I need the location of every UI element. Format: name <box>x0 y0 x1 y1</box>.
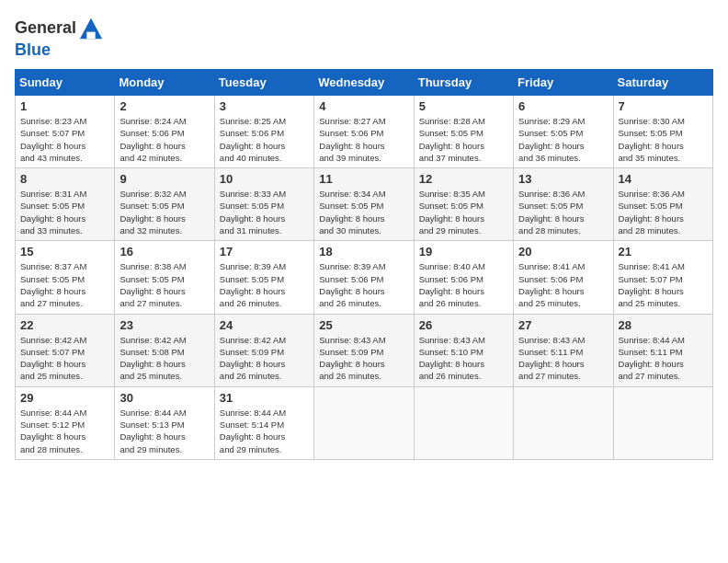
calendar-cell: 3Sunrise: 8:25 AMSunset: 5:06 PMDaylight… <box>214 96 313 168</box>
day-number: 9 <box>119 172 209 186</box>
day-number: 6 <box>518 99 608 113</box>
day-info: Sunrise: 8:24 AMSunset: 5:06 PMDaylight:… <box>119 115 209 164</box>
day-number: 10 <box>220 172 309 186</box>
day-number: 8 <box>20 172 109 186</box>
logo: General Blue <box>15 15 104 60</box>
day-number: 17 <box>220 245 309 259</box>
calendar-cell: 27Sunrise: 8:43 AMSunset: 5:11 PMDayligh… <box>514 314 613 386</box>
day-number: 1 <box>20 99 109 113</box>
calendar-cell: 6Sunrise: 8:29 AMSunset: 5:05 PMDaylight… <box>514 96 613 168</box>
day-info: Sunrise: 8:29 AMSunset: 5:05 PMDaylight:… <box>518 115 608 164</box>
calendar-cell: 19Sunrise: 8:40 AMSunset: 5:06 PMDayligh… <box>414 241 513 314</box>
day-info: Sunrise: 8:42 AMSunset: 5:07 PMDaylight:… <box>20 334 109 383</box>
day-number: 21 <box>619 245 708 259</box>
calendar-cell: 26Sunrise: 8:43 AMSunset: 5:10 PMDayligh… <box>414 314 513 386</box>
day-info: Sunrise: 8:39 AMSunset: 5:05 PMDaylight:… <box>220 260 309 309</box>
day-number: 30 <box>119 391 209 405</box>
calendar-cell: 15Sunrise: 8:37 AMSunset: 5:05 PMDayligh… <box>16 241 115 314</box>
day-info: Sunrise: 8:38 AMSunset: 5:05 PMDaylight:… <box>119 260 209 309</box>
day-info: Sunrise: 8:42 AMSunset: 5:08 PMDaylight:… <box>119 334 209 383</box>
day-number: 23 <box>119 318 209 332</box>
day-number: 13 <box>518 172 608 186</box>
day-info: Sunrise: 8:43 AMSunset: 5:09 PMDaylight:… <box>319 334 408 383</box>
day-number: 16 <box>119 245 209 259</box>
day-info: Sunrise: 8:35 AMSunset: 5:05 PMDaylight:… <box>419 188 508 236</box>
calendar-cell: 12Sunrise: 8:35 AMSunset: 5:05 PMDayligh… <box>414 168 513 241</box>
calendar-cell: 9Sunrise: 8:32 AMSunset: 5:05 PMDaylight… <box>115 168 214 241</box>
calendar-cell: 30Sunrise: 8:44 AMSunset: 5:13 PMDayligh… <box>115 386 214 459</box>
day-info: Sunrise: 8:36 AMSunset: 5:05 PMDaylight:… <box>619 188 708 236</box>
calendar-cell: 20Sunrise: 8:41 AMSunset: 5:06 PMDayligh… <box>514 241 613 314</box>
day-info: Sunrise: 8:43 AMSunset: 5:10 PMDaylight:… <box>419 334 508 383</box>
day-info: Sunrise: 8:39 AMSunset: 5:06 PMDaylight:… <box>319 260 408 309</box>
day-number: 29 <box>20 391 109 405</box>
logo-blue: Blue <box>15 40 51 59</box>
day-number: 3 <box>220 99 309 113</box>
day-info: Sunrise: 8:41 AMSunset: 5:06 PMDaylight:… <box>518 260 608 309</box>
calendar-cell <box>414 386 513 459</box>
weekday-header: Tuesday <box>214 70 313 96</box>
day-number: 25 <box>319 318 408 332</box>
day-number: 19 <box>419 245 508 259</box>
calendar-cell <box>314 386 414 459</box>
calendar-cell: 14Sunrise: 8:36 AMSunset: 5:05 PMDayligh… <box>613 168 712 241</box>
logo-icon <box>78 15 104 40</box>
day-number: 27 <box>518 318 608 332</box>
day-number: 28 <box>619 318 708 332</box>
calendar-cell: 4Sunrise: 8:27 AMSunset: 5:06 PMDaylight… <box>314 96 414 168</box>
calendar-cell: 13Sunrise: 8:36 AMSunset: 5:05 PMDayligh… <box>514 168 613 241</box>
day-info: Sunrise: 8:37 AMSunset: 5:05 PMDaylight:… <box>20 260 109 309</box>
day-info: Sunrise: 8:44 AMSunset: 5:14 PMDaylight:… <box>220 407 309 455</box>
day-info: Sunrise: 8:44 AMSunset: 5:11 PMDaylight:… <box>619 334 708 383</box>
day-number: 24 <box>220 318 309 332</box>
day-info: Sunrise: 8:30 AMSunset: 5:05 PMDaylight:… <box>619 115 708 164</box>
calendar-cell: 25Sunrise: 8:43 AMSunset: 5:09 PMDayligh… <box>314 314 414 386</box>
calendar-cell <box>514 386 613 459</box>
calendar-cell: 21Sunrise: 8:41 AMSunset: 5:07 PMDayligh… <box>613 241 712 314</box>
calendar-cell: 23Sunrise: 8:42 AMSunset: 5:08 PMDayligh… <box>115 314 214 386</box>
day-info: Sunrise: 8:44 AMSunset: 5:13 PMDaylight:… <box>119 407 209 455</box>
calendar-cell: 17Sunrise: 8:39 AMSunset: 5:05 PMDayligh… <box>214 241 313 314</box>
weekday-header: Saturday <box>613 70 712 96</box>
calendar-cell: 31Sunrise: 8:44 AMSunset: 5:14 PMDayligh… <box>214 386 313 459</box>
calendar-cell: 16Sunrise: 8:38 AMSunset: 5:05 PMDayligh… <box>115 241 214 314</box>
logo-general: General <box>15 18 76 38</box>
day-info: Sunrise: 8:33 AMSunset: 5:05 PMDaylight:… <box>220 188 309 236</box>
weekday-header: Wednesday <box>314 70 414 96</box>
page-header: General Blue <box>15 15 713 60</box>
day-info: Sunrise: 8:34 AMSunset: 5:05 PMDaylight:… <box>319 188 408 236</box>
day-number: 4 <box>319 99 408 113</box>
calendar-cell: 10Sunrise: 8:33 AMSunset: 5:05 PMDayligh… <box>214 168 313 241</box>
calendar-cell: 24Sunrise: 8:42 AMSunset: 5:09 PMDayligh… <box>214 314 313 386</box>
day-info: Sunrise: 8:43 AMSunset: 5:11 PMDaylight:… <box>518 334 608 383</box>
calendar-cell: 28Sunrise: 8:44 AMSunset: 5:11 PMDayligh… <box>613 314 712 386</box>
day-info: Sunrise: 8:23 AMSunset: 5:07 PMDaylight:… <box>20 115 109 164</box>
day-number: 20 <box>518 245 608 259</box>
day-info: Sunrise: 8:36 AMSunset: 5:05 PMDaylight:… <box>518 188 608 236</box>
day-number: 31 <box>220 391 309 405</box>
calendar-cell: 18Sunrise: 8:39 AMSunset: 5:06 PMDayligh… <box>314 241 414 314</box>
calendar-cell: 7Sunrise: 8:30 AMSunset: 5:05 PMDaylight… <box>613 96 712 168</box>
weekday-header: Friday <box>514 70 613 96</box>
day-number: 14 <box>619 172 708 186</box>
day-number: 12 <box>419 172 508 186</box>
day-info: Sunrise: 8:41 AMSunset: 5:07 PMDaylight:… <box>619 260 708 309</box>
calendar-cell: 22Sunrise: 8:42 AMSunset: 5:07 PMDayligh… <box>16 314 115 386</box>
calendar-cell: 11Sunrise: 8:34 AMSunset: 5:05 PMDayligh… <box>314 168 414 241</box>
day-info: Sunrise: 8:27 AMSunset: 5:06 PMDaylight:… <box>319 115 408 164</box>
day-info: Sunrise: 8:42 AMSunset: 5:09 PMDaylight:… <box>220 334 309 383</box>
calendar-cell: 29Sunrise: 8:44 AMSunset: 5:12 PMDayligh… <box>16 386 115 459</box>
day-info: Sunrise: 8:25 AMSunset: 5:06 PMDaylight:… <box>220 115 309 164</box>
day-info: Sunrise: 8:44 AMSunset: 5:12 PMDaylight:… <box>20 407 109 455</box>
day-info: Sunrise: 8:31 AMSunset: 5:05 PMDaylight:… <box>20 188 109 236</box>
svg-marker-1 <box>86 32 95 39</box>
day-info: Sunrise: 8:40 AMSunset: 5:06 PMDaylight:… <box>419 260 508 309</box>
weekday-header: Sunday <box>16 70 115 96</box>
calendar-cell <box>613 386 712 459</box>
weekday-header: Monday <box>115 70 214 96</box>
calendar-cell: 8Sunrise: 8:31 AMSunset: 5:05 PMDaylight… <box>16 168 115 241</box>
calendar-cell: 5Sunrise: 8:28 AMSunset: 5:05 PMDaylight… <box>414 96 513 168</box>
day-number: 15 <box>20 245 109 259</box>
day-info: Sunrise: 8:28 AMSunset: 5:05 PMDaylight:… <box>419 115 508 164</box>
day-number: 5 <box>419 99 508 113</box>
